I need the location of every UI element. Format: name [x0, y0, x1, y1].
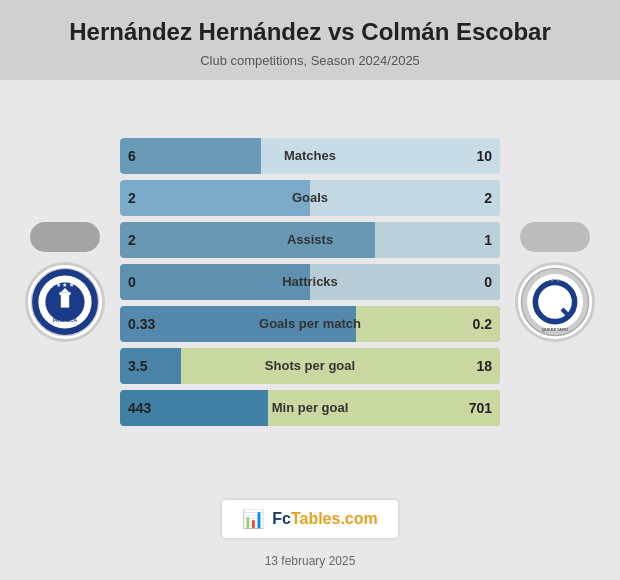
stat-right-value: 18: [476, 358, 492, 374]
stat-fill-right: [310, 180, 500, 216]
stat-label: Min per goal: [272, 400, 349, 415]
stat-row: 2Goals2: [120, 180, 500, 216]
left-team-logo: ★ ★ ★ ★ ★ PACHUCA ★ ★ ★ ★: [25, 262, 105, 342]
stat-right-value: 701: [469, 400, 492, 416]
match-subtitle: Club competitions, Season 2024/2025: [20, 53, 600, 68]
stat-right-value: 10: [476, 148, 492, 164]
stat-row: 0.33Goals per match0.2: [120, 306, 500, 342]
main-container: Hernández Hernández vs Colmán Escobar Cl…: [0, 0, 620, 580]
stat-left-value: 0: [128, 274, 136, 290]
stat-left-value: 2: [128, 190, 136, 206]
stat-row: 6Matches10: [120, 138, 500, 174]
stat-bar-bg: 0Hattricks0: [120, 264, 500, 300]
stat-row: 443Min per goal701: [120, 390, 500, 426]
right-team-logo: QUERETARO ★ ★: [515, 262, 595, 342]
svg-text:★ ★ ★ ★: ★ ★ ★ ★: [53, 312, 78, 318]
stat-row: 2Assists1: [120, 222, 500, 258]
stat-fill-right: [310, 264, 500, 300]
svg-text:★ ★: ★ ★: [550, 278, 560, 283]
stat-label: Goals per match: [259, 316, 361, 331]
queretaro-logo-svg: QUERETARO ★ ★: [520, 267, 590, 337]
stat-label: Shots per goal: [265, 358, 355, 373]
stat-left-value: 6: [128, 148, 136, 164]
stat-bar-bg: 3.5Shots per goal18: [120, 348, 500, 384]
stats-area: 6Matches102Goals22Assists10Hattricks00.3…: [120, 138, 500, 426]
left-team-section: ★ ★ ★ ★ ★ PACHUCA ★ ★ ★ ★: [10, 222, 120, 342]
svg-rect-5: [59, 292, 70, 295]
stat-right-value: 2: [484, 190, 492, 206]
stat-row: 0Hattricks0: [120, 264, 500, 300]
right-team-section: QUERETARO ★ ★: [500, 222, 610, 342]
branding-section: 📊 FcTables.com: [206, 484, 414, 554]
brand-tables: Tables.com: [291, 510, 378, 527]
stat-label: Assists: [287, 232, 333, 247]
stat-row: 3.5Shots per goal18: [120, 348, 500, 384]
stat-label: Goals: [292, 190, 328, 205]
stat-left-value: 3.5: [128, 358, 147, 374]
stat-left-value: 0.33: [128, 316, 155, 332]
header: Hernández Hernández vs Colmán Escobar Cl…: [0, 0, 620, 80]
brand-box: 📊 FcTables.com: [220, 498, 400, 540]
svg-rect-4: [61, 293, 69, 307]
left-team-pill: [30, 222, 100, 252]
stat-bar-bg: 2Assists1: [120, 222, 500, 258]
stat-left-value: 2: [128, 232, 136, 248]
svg-text:QUERETARO: QUERETARO: [542, 327, 569, 332]
stat-left-value: 443: [128, 400, 151, 416]
stat-bar-bg: 443Min per goal701: [120, 390, 500, 426]
main-content: ★ ★ ★ ★ ★ PACHUCA ★ ★ ★ ★ 6Matches102Goa…: [0, 80, 620, 484]
stat-fill-left: [120, 180, 310, 216]
stat-fill-left: [120, 138, 261, 174]
stat-bar-bg: 0.33Goals per match0.2: [120, 306, 500, 342]
stat-right-value: 0.2: [473, 316, 492, 332]
stat-right-value: 1: [484, 232, 492, 248]
footer-date: 13 february 2025: [265, 554, 356, 580]
stat-bar-bg: 2Goals2: [120, 180, 500, 216]
stat-fill-left: [120, 222, 375, 258]
brand-chart-icon: 📊: [242, 508, 264, 530]
stat-bar-bg: 6Matches10: [120, 138, 500, 174]
match-title: Hernández Hernández vs Colmán Escobar: [20, 18, 600, 47]
stat-fill-right: [375, 222, 500, 258]
stat-right-value: 0: [484, 274, 492, 290]
brand-name: FcTables.com: [272, 510, 378, 528]
stat-label: Hattricks: [282, 274, 338, 289]
stat-label: Matches: [284, 148, 336, 163]
pachuca-logo-svg: ★ ★ ★ ★ ★ PACHUCA ★ ★ ★ ★: [30, 267, 100, 337]
svg-text:★ ★ ★ ★ ★: ★ ★ ★ ★ ★: [49, 281, 80, 287]
right-team-pill: [520, 222, 590, 252]
